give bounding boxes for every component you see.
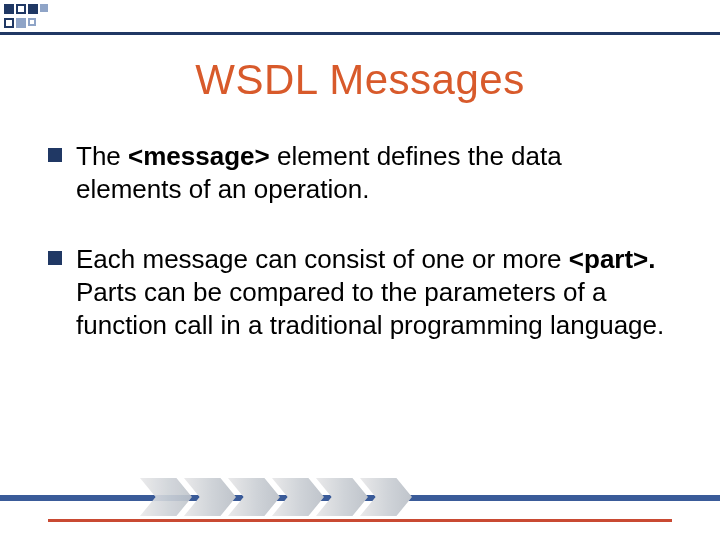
bold-text: <part>. (569, 244, 656, 274)
bullet-icon (48, 148, 62, 162)
square-icon (16, 18, 26, 28)
footer-underline (48, 519, 672, 522)
square-outline-icon (28, 18, 36, 26)
square-icon (4, 4, 14, 14)
square-small-icon (40, 4, 48, 12)
square-outline-icon (16, 4, 26, 14)
bold-text: <message> (128, 141, 270, 171)
text-segment: The (76, 141, 128, 171)
bullet-item: Each message can consist of one or more … (48, 243, 672, 343)
text-segment: Parts can be compared to the parameters … (76, 277, 664, 340)
bullet-text: Each message can consist of one or more … (76, 243, 672, 343)
text-segment: Each message can consist of one or more (76, 244, 569, 274)
slide: WSDL Messages The <message> element defi… (0, 0, 720, 540)
chevron-graphic (140, 478, 404, 516)
footer-area (0, 495, 720, 522)
chevron-icon (140, 478, 192, 516)
content-area: The <message> element defines the data e… (48, 140, 672, 378)
square-icon (28, 4, 38, 14)
top-divider (0, 32, 720, 35)
slide-title: WSDL Messages (0, 56, 720, 104)
square-outline-icon (4, 18, 14, 28)
bullet-item: The <message> element defines the data e… (48, 140, 672, 207)
bullet-text: The <message> element defines the data e… (76, 140, 672, 207)
bullet-icon (48, 251, 62, 265)
